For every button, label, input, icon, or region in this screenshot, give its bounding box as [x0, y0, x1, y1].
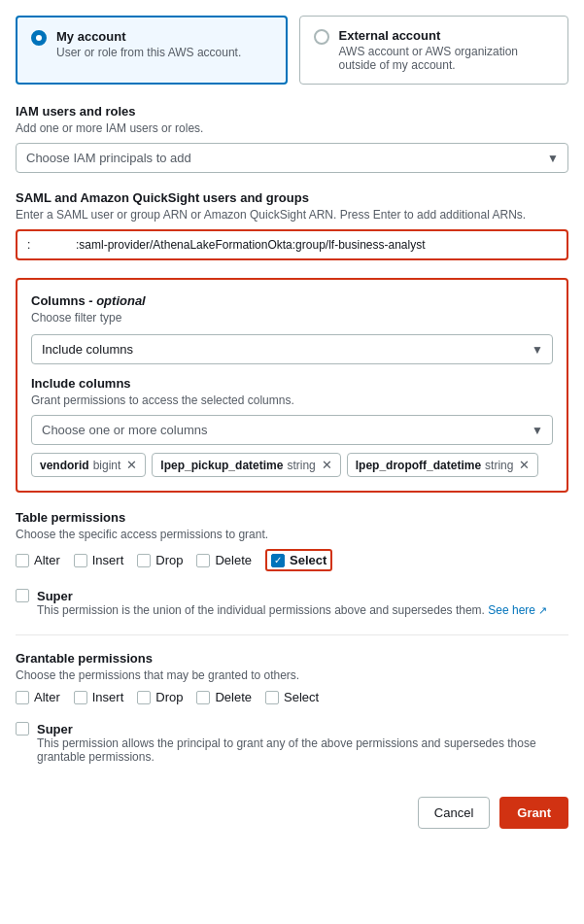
saml-title: SAML and Amazon QuickSight users and gro…	[16, 190, 568, 205]
iam-dropdown[interactable]: Choose IAM principals to add	[16, 143, 568, 173]
grantable-permissions-checkboxes: Alter Insert Drop Delete Select	[16, 690, 568, 704]
grantable-permissions-title: Grantable permissions	[16, 651, 568, 666]
cancel-button[interactable]: Cancel	[418, 797, 490, 829]
table-permissions-title: Table permissions	[16, 510, 568, 525]
tag-vendorid-remove[interactable]: ✕	[126, 458, 137, 472]
grantable-delete-label: Delete	[215, 690, 252, 704]
include-columns-label: Include columns	[31, 376, 553, 391]
iam-dropdown-wrapper: Choose IAM principals to add ▼	[16, 143, 568, 173]
checkbox-delete-label: Delete	[215, 553, 252, 567]
columns-section: Columns - optional Choose filter type In…	[16, 278, 568, 493]
my-account-title: My account	[56, 29, 241, 44]
divider-1	[16, 634, 568, 635]
tag-pickup-type: string	[287, 459, 315, 472]
tag-pickup: lpep_pickup_datetime string ✕	[152, 453, 340, 477]
tag-vendorid-type: bigint	[93, 459, 121, 472]
tag-dropoff: lpep_dropoff_datetime string ✕	[347, 453, 539, 477]
checkbox-insert-box[interactable]	[74, 554, 87, 567]
table-super-checkbox[interactable]	[16, 589, 29, 602]
grantable-alter-label: Alter	[34, 690, 60, 704]
checkbox-drop-box[interactable]	[137, 554, 151, 567]
checkbox-alter[interactable]: Alter	[16, 553, 60, 567]
tag-dropoff-type: string	[485, 459, 513, 472]
checkbox-alter-label: Alter	[34, 553, 60, 567]
external-account-card[interactable]: External account AWS account or AWS orga…	[299, 16, 569, 85]
grantable-checkbox-delete[interactable]: Delete	[196, 690, 252, 704]
my-account-card[interactable]: My account User or role from this AWS ac…	[16, 16, 288, 85]
grantable-select-label: Select	[284, 690, 319, 704]
table-permissions-subtitle: Choose the specific access permissions t…	[16, 528, 568, 541]
grantable-checkbox-insert[interactable]: Insert	[74, 690, 124, 704]
checkmark-icon: ✓	[274, 556, 282, 565]
iam-subtitle: Add one or more IAM users or roles.	[16, 121, 568, 135]
grantable-delete-box[interactable]	[196, 691, 210, 704]
tag-vendorid-name: vendorid	[40, 459, 89, 472]
checkbox-alter-box[interactable]	[16, 554, 29, 567]
tag-pickup-remove[interactable]: ✕	[322, 458, 332, 472]
columns-select-dropdown[interactable]: Choose one or more columns	[31, 415, 553, 445]
grantable-insert-label: Insert	[92, 690, 124, 704]
grantable-super-checkbox[interactable]	[16, 722, 29, 736]
tag-dropoff-remove[interactable]: ✕	[519, 458, 530, 472]
columns-optional: - optional	[86, 293, 146, 308]
table-permissions-section: Table permissions Choose the specific ac…	[16, 510, 568, 571]
grant-button[interactable]: Grant	[499, 797, 568, 829]
checkbox-select-highlighted[interactable]: ✓ Select	[265, 549, 332, 571]
my-account-description: User or role from this AWS account.	[56, 46, 241, 59]
grantable-super-text-block: Super This permission allows the princip…	[37, 722, 568, 764]
account-type-section: My account User or role from this AWS ac…	[16, 16, 568, 85]
my-account-text: My account User or role from this AWS ac…	[56, 29, 241, 59]
bottom-buttons: Cancel Grant	[16, 787, 568, 829]
grantable-select-box[interactable]	[265, 691, 279, 704]
table-super-row: Super This permission is the union of th…	[16, 589, 568, 617]
iam-title: IAM users and roles	[16, 104, 568, 119]
columns-select-wrapper: Choose one or more columns ▼	[31, 415, 553, 445]
table-super-description: This permission is the union of the indi…	[37, 603, 547, 617]
table-super-label: Super	[37, 589, 73, 603]
include-columns-subtitle: Grant permissions to access the selected…	[31, 394, 553, 407]
checkbox-insert-label: Insert	[92, 553, 124, 567]
grantable-checkbox-drop[interactable]: Drop	[137, 690, 183, 704]
checkbox-delete[interactable]: Delete	[196, 553, 252, 567]
grantable-alter-box[interactable]	[16, 691, 29, 704]
external-account-title: External account	[339, 28, 555, 43]
columns-filter-dropdown-wrapper: Include columns ▼	[31, 334, 553, 364]
iam-section: IAM users and roles Add one or more IAM …	[16, 104, 568, 173]
grantable-super-description: This permission allows the principal to …	[37, 736, 568, 764]
table-permissions-checkboxes: Alter Insert Drop Delete ✓ Select	[16, 549, 568, 571]
checkbox-drop-label: Drop	[155, 553, 183, 567]
grantable-super-row: Super This permission allows the princip…	[16, 722, 568, 764]
columns-title: Columns - optional	[31, 293, 553, 308]
grantable-permissions-section: Grantable permissions Choose the permiss…	[16, 651, 568, 704]
grantable-drop-box[interactable]	[137, 691, 151, 704]
grantable-super-section: Super This permission allows the princip…	[16, 722, 568, 764]
grantable-checkbox-alter[interactable]: Alter	[16, 690, 60, 704]
external-account-description: AWS account or AWS organization outside …	[339, 45, 555, 72]
see-here-link[interactable]: See here ↗	[488, 603, 547, 617]
saml-input[interactable]	[16, 229, 568, 260]
external-account-radio[interactable]	[314, 29, 329, 45]
columns-tags-row: vendorid bigint ✕ lpep_pickup_datetime s…	[31, 453, 553, 477]
saml-section: SAML and Amazon QuickSight users and gro…	[16, 190, 568, 260]
columns-filter-dropdown[interactable]: Include columns	[31, 334, 553, 364]
external-link-icon: ↗	[538, 604, 547, 616]
checkbox-delete-box[interactable]	[196, 554, 210, 567]
tag-pickup-name: lpep_pickup_datetime	[160, 459, 283, 472]
grantable-drop-label: Drop	[155, 690, 183, 704]
tag-vendorid: vendorid bigint ✕	[31, 453, 146, 477]
checkbox-select-label: Select	[290, 553, 326, 567]
radio-inner-dot	[36, 35, 42, 41]
tag-dropoff-name: lpep_dropoff_datetime	[356, 459, 481, 472]
saml-subtitle: Enter a SAML user or group ARN or Amazon…	[16, 208, 568, 222]
external-account-text: External account AWS account or AWS orga…	[339, 28, 555, 72]
checkbox-drop[interactable]: Drop	[137, 553, 183, 567]
checkbox-insert[interactable]: Insert	[74, 553, 124, 567]
my-account-radio[interactable]	[31, 30, 47, 46]
table-super-section: Super This permission is the union of th…	[16, 589, 568, 617]
columns-subtitle: Choose filter type	[31, 311, 553, 325]
grantable-super-label: Super	[37, 722, 73, 736]
grantable-checkbox-select[interactable]: Select	[265, 690, 319, 704]
grantable-insert-box[interactable]	[74, 691, 87, 704]
checkbox-select-box[interactable]: ✓	[271, 554, 285, 567]
grantable-permissions-subtitle: Choose the permissions that may be grant…	[16, 668, 568, 682]
